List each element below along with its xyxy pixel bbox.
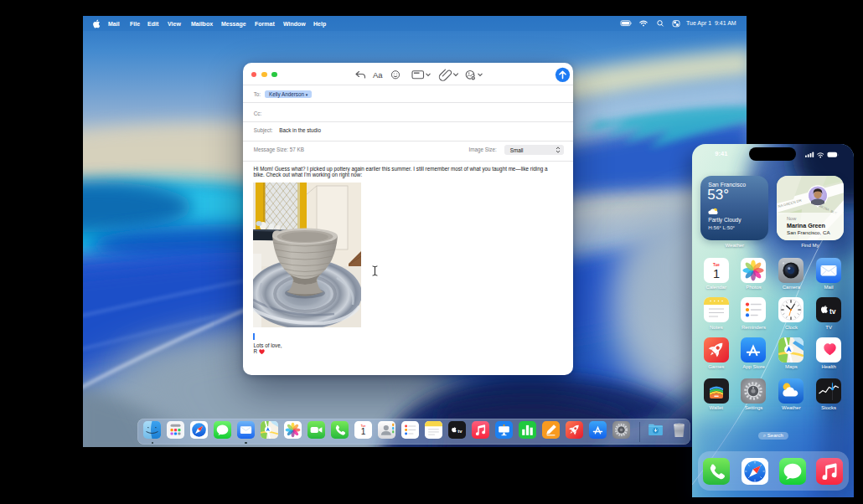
- svg-text:1: 1: [360, 427, 365, 436]
- svg-text:1: 1: [713, 266, 720, 280]
- svg-text:tv: tv: [457, 428, 463, 433]
- svg-text:tv: tv: [829, 307, 836, 316]
- svg-text:Marina Green: Marina Green: [787, 221, 825, 229]
- svg-text:Aa: Aa: [373, 69, 383, 79]
- svg-text:Now: Now: [787, 215, 797, 220]
- svg-text:San Francisco, CA: San Francisco, CA: [787, 229, 830, 235]
